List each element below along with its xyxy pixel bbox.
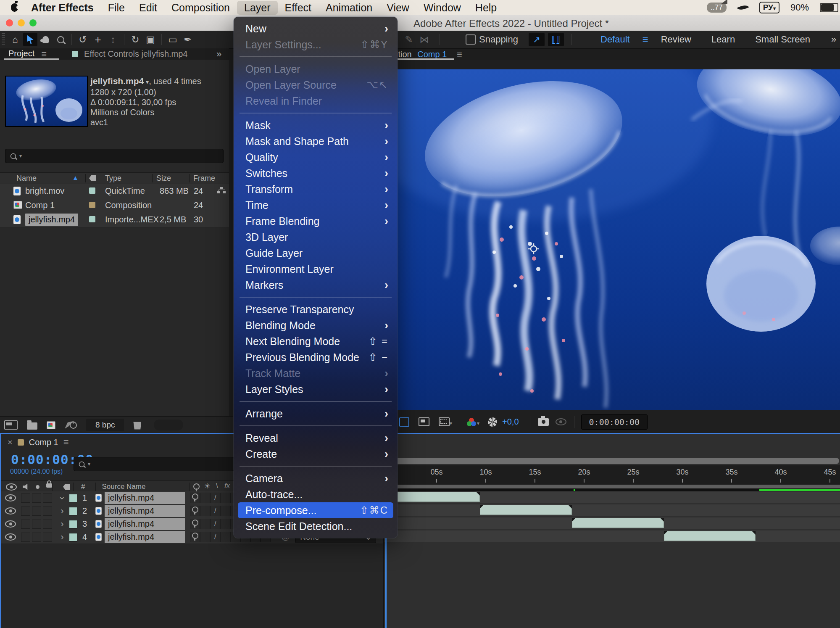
- layer-label-chip[interactable]: [69, 520, 77, 528]
- dolly-camera-tool[interactable]: ↕: [106, 33, 120, 46]
- selection-tool[interactable]: [23, 33, 37, 46]
- menubar-item-after-effects[interactable]: After Effects: [24, 1, 101, 15]
- timeline-navigator[interactable]: [387, 458, 839, 464]
- menu-item-open-layer[interactable]: Open Layer: [238, 61, 393, 77]
- layer-expand-chevron[interactable]: ›: [58, 519, 66, 530]
- video-column-eye-icon[interactable]: [6, 483, 17, 491]
- layer-shy-switch[interactable]: [190, 493, 200, 503]
- layer-quality-switch[interactable]: /: [210, 493, 220, 503]
- interpret-footage-icon[interactable]: [4, 420, 18, 430]
- composition-image[interactable]: [398, 69, 840, 410]
- layer-quality-switch[interactable]: /: [210, 506, 220, 516]
- viewer-menu-icon[interactable]: ≡: [457, 49, 462, 60]
- workspace-overflow-chevron[interactable]: »: [831, 34, 836, 45]
- zoom-tool[interactable]: [53, 33, 68, 46]
- puppet-tool[interactable]: ⋈: [417, 33, 432, 46]
- row-name[interactable]: jellyfish.mp4: [25, 214, 78, 226]
- layer-expand-chevron[interactable]: ›: [57, 494, 68, 502]
- panel-menu-icon[interactable]: ≡: [41, 49, 47, 60]
- menubar-item-edit[interactable]: Edit: [132, 1, 164, 15]
- menu-item-open-layer-source[interactable]: Open Layer Source⌥↖: [238, 77, 393, 93]
- channel-button[interactable]: ▾: [467, 418, 479, 426]
- menu-item-track-matte[interactable]: Track Matte›: [238, 365, 393, 381]
- panel-overflow-chevron[interactable]: »: [216, 49, 221, 60]
- input-language-indicator[interactable]: РУ▾: [759, 2, 779, 13]
- feather-icon[interactable]: [737, 3, 749, 13]
- label-color-chip[interactable]: [89, 187, 95, 194]
- layer-track-4[interactable]: [384, 530, 840, 542]
- lock-column-icon[interactable]: [46, 483, 52, 488]
- menu-item-guide-layer[interactable]: Guide Layer: [238, 245, 393, 261]
- new-folder-icon[interactable]: [27, 422, 37, 430]
- layer-track-1[interactable]: [384, 491, 840, 503]
- menu-item-previous-blending-mode[interactable]: Previous Blending Mode⇧ −: [238, 349, 393, 365]
- toolbar-grip[interactable]: [2, 33, 5, 46]
- menu-item-camera[interactable]: Camera›: [238, 470, 393, 486]
- layer-expand-chevron[interactable]: ›: [58, 532, 66, 543]
- pen-tool[interactable]: ✒: [181, 33, 195, 46]
- layer-collapse-switch[interactable]: [200, 519, 210, 529]
- layer-fx-switch[interactable]: [220, 506, 230, 516]
- menu-item-reveal-in-finder[interactable]: Reveal in Finder: [238, 93, 393, 109]
- layer-track-3[interactable]: [384, 517, 840, 529]
- label-column-tag-icon[interactable]: [89, 175, 96, 181]
- menu-item-time[interactable]: Time›: [238, 197, 393, 213]
- row-name[interactable]: Comp 1: [25, 201, 55, 210]
- motion-blur-column-icon[interactable]: \: [216, 482, 218, 490]
- workspace-menu-icon[interactable]: ≡: [643, 34, 648, 45]
- zoom-window-button[interactable]: [29, 19, 37, 26]
- menu-item-arrange[interactable]: Arrange›: [238, 406, 393, 422]
- layer-fx-switch[interactable]: [220, 519, 230, 529]
- menu-item-frame-blending[interactable]: Frame Blending›: [238, 213, 393, 229]
- menu-item-quality[interactable]: Quality›: [238, 149, 393, 165]
- menubar-item-layer[interactable]: Layer: [237, 1, 278, 15]
- layer-visibility-eye-icon[interactable]: [5, 520, 16, 528]
- layer-shy-switch[interactable]: [190, 532, 200, 542]
- layer-switch-box[interactable]: [32, 493, 41, 503]
- layer-collapse-switch[interactable]: [200, 493, 210, 503]
- brush-tool[interactable]: ✎: [402, 33, 416, 46]
- menu-item-layer-styles[interactable]: Layer Styles›: [238, 381, 393, 397]
- layer-quality-switch[interactable]: /: [210, 532, 220, 542]
- power-icon[interactable]: [70, 422, 77, 429]
- menu-item-transform[interactable]: Transform›: [238, 181, 393, 197]
- menu-item-preserve-transparency[interactable]: Preserve Transparency: [238, 301, 393, 317]
- exposure-icon[interactable]: [488, 417, 497, 427]
- menubar-item-view[interactable]: View: [379, 1, 416, 15]
- close-window-button[interactable]: [6, 19, 13, 26]
- menu-item-blending-mode[interactable]: Blending Mode›: [238, 317, 393, 333]
- menu-item-3d-layer[interactable]: 3D Layer: [238, 229, 393, 245]
- layer-fx-switch[interactable]: [220, 493, 230, 503]
- menu-item-environment-layer[interactable]: Environment Layer: [238, 261, 393, 277]
- layer-shy-switch[interactable]: [190, 519, 200, 529]
- menu-item-mask[interactable]: Mask›: [238, 117, 393, 133]
- footer-scroll-pill[interactable]: [154, 420, 183, 430]
- layer-switch-box[interactable]: [43, 493, 52, 503]
- layer-switch-box[interactable]: [43, 520, 52, 529]
- label-color-chip[interactable]: [89, 202, 95, 208]
- layer-duration-bar[interactable]: [572, 518, 664, 528]
- solo-column-icon[interactable]: [36, 485, 39, 489]
- layer-collapse-switch[interactable]: [200, 506, 210, 516]
- sort-ascending-icon[interactable]: ▲: [72, 174, 79, 181]
- snapping-checkbox[interactable]: [466, 34, 476, 45]
- layer-collapse-switch[interactable]: [200, 532, 210, 542]
- layer-track-2[interactable]: [384, 504, 840, 516]
- menubar-item-window[interactable]: Window: [416, 1, 468, 15]
- row-name[interactable]: bright.mov: [25, 186, 64, 196]
- menu-item-layer-settings[interactable]: Layer Settings...⇧⌘Y: [238, 37, 393, 53]
- apple-logo-icon[interactable]: [11, 3, 18, 12]
- layer-switch-box[interactable]: [43, 507, 52, 516]
- new-composition-icon[interactable]: [47, 421, 55, 429]
- menubar-item-help[interactable]: Help: [468, 1, 504, 15]
- menubar-item-effect[interactable]: Effect: [278, 1, 319, 15]
- layer-duration-bar[interactable]: [480, 505, 572, 515]
- grid-options-button[interactable]: ▾: [439, 417, 452, 426]
- snap-bounds-button[interactable]: ⟦⟧: [548, 33, 564, 46]
- search-options-caret[interactable]: ▾: [88, 461, 90, 467]
- layer-name[interactable]: jellyfish.mp4: [105, 505, 185, 517]
- rotation-tool[interactable]: ↻: [128, 33, 142, 46]
- layer-label-chip[interactable]: [69, 533, 77, 541]
- search-options-caret[interactable]: ▾: [19, 153, 22, 159]
- layer-switch-box[interactable]: [21, 533, 30, 542]
